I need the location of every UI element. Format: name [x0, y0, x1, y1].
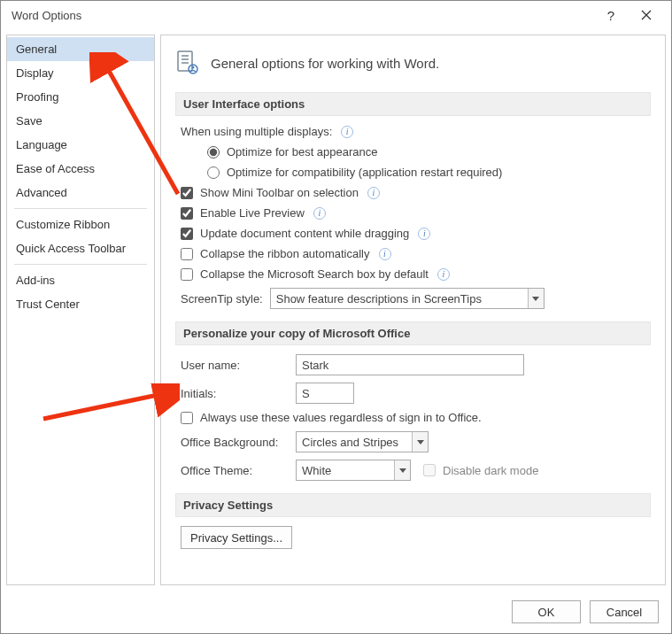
section-personalize-header: Personalize your copy of Microsoft Offic…	[175, 321, 651, 345]
section-personalize: User name: Initials: Always use these va…	[175, 354, 651, 481]
check-collapse-search[interactable]: Collapse the Microsoft Search box by def…	[181, 267, 651, 281]
username-label: User name:	[181, 359, 289, 372]
radio-best-appearance[interactable]: Optimize for best appearance	[207, 145, 651, 158]
username-row: User name:	[181, 354, 651, 375]
svg-rect-0	[178, 51, 192, 71]
check-always-use[interactable]: Always use these values regardless of si…	[181, 411, 651, 424]
content-pane: General options for working with Word. U…	[160, 35, 666, 585]
sidebar-item-display[interactable]: Display	[7, 61, 154, 85]
check-live-preview[interactable]: Enable Live Preview i	[181, 206, 651, 220]
chevron-down-icon	[528, 289, 544, 308]
info-icon[interactable]: i	[379, 248, 391, 260]
background-select[interactable]: Circles and Stripes	[296, 431, 429, 452]
screentip-select[interactable]: Show feature descriptions in ScreenTips	[270, 288, 545, 309]
heading-text: General options for working with Word.	[211, 56, 439, 71]
checkbox-input[interactable]	[181, 207, 193, 220]
sidebar-item-customize-ribbon[interactable]: Customize Ribbon	[7, 213, 154, 236]
multi-displays-label: When using multiple displays: i	[181, 125, 651, 138]
close-icon	[641, 10, 652, 20]
check-mini-toolbar[interactable]: Show Mini Toolbar on selection i	[181, 186, 651, 199]
info-icon[interactable]: i	[367, 187, 380, 199]
section-privacy: Privacy Settings...	[175, 526, 651, 549]
checkbox-input[interactable]	[181, 268, 193, 281]
checkbox-input[interactable]	[181, 248, 193, 260]
window-title: Word Options	[8, 9, 593, 22]
sidebar-item-addins[interactable]: Add-ins	[7, 268, 154, 292]
checkbox-input[interactable]	[181, 228, 193, 240]
help-button[interactable]: ?	[593, 1, 629, 29]
screentip-label: ScreenTip style:	[181, 292, 263, 305]
sidebar-item-proofing[interactable]: Proofing	[7, 85, 154, 109]
theme-label: Office Theme:	[181, 464, 289, 477]
sidebar-item-quick-access-toolbar[interactable]: Quick Access Toolbar	[7, 236, 154, 260]
help-icon: ?	[607, 8, 614, 23]
username-input[interactable]	[296, 354, 524, 375]
cancel-button[interactable]: Cancel	[590, 600, 659, 623]
info-icon[interactable]: i	[437, 268, 450, 281]
titlebar: Word Options ?	[1, 1, 671, 29]
chevron-down-icon	[394, 460, 410, 480]
info-icon[interactable]: i	[313, 207, 326, 220]
info-icon[interactable]: i	[418, 228, 430, 240]
footer: OK Cancel	[1, 591, 671, 633]
sidebar-item-language[interactable]: Language	[7, 133, 154, 157]
sidebar-separator	[14, 264, 147, 265]
radio-compatibility[interactable]: Optimize for compatibility (application …	[207, 166, 651, 179]
section-ui-header: User Interface options	[175, 92, 651, 116]
radio-input[interactable]	[207, 166, 220, 179]
sidebar-item-ease-of-access[interactable]: Ease of Access	[7, 157, 154, 181]
radio-input[interactable]	[207, 146, 220, 158]
sidebar-item-general[interactable]: General	[7, 37, 154, 61]
screentip-row: ScreenTip style: Show feature descriptio…	[181, 288, 651, 309]
sidebar-separator	[14, 208, 147, 209]
initials-row: Initials:	[181, 383, 651, 404]
checkbox-input[interactable]	[181, 412, 193, 424]
svg-point-5	[192, 66, 195, 69]
sidebar-item-advanced[interactable]: Advanced	[7, 181, 154, 205]
background-label: Office Background:	[181, 436, 289, 449]
check-disable-dark[interactable]: Disable dark mode	[423, 464, 538, 477]
privacy-settings-button[interactable]: Privacy Settings...	[181, 526, 292, 549]
word-options-dialog: Word Options ? General Display Proofing …	[0, 0, 672, 634]
ok-button[interactable]: OK	[512, 600, 581, 623]
check-collapse-ribbon[interactable]: Collapse the ribbon automatically i	[181, 247, 651, 260]
heading: General options for working with Word.	[175, 50, 651, 76]
initials-label: Initials:	[181, 387, 289, 400]
section-privacy-header: Privacy Settings	[175, 493, 651, 517]
checkbox-input[interactable]	[423, 464, 436, 476]
section-ui: When using multiple displays: i Optimize…	[175, 125, 651, 309]
chevron-down-icon	[412, 432, 428, 452]
theme-select[interactable]: White	[296, 460, 411, 481]
info-icon[interactable]: i	[341, 126, 353, 138]
close-button[interactable]	[629, 1, 664, 29]
sidebar-item-save[interactable]: Save	[7, 109, 154, 133]
checkbox-input[interactable]	[181, 187, 193, 199]
check-update-dragging[interactable]: Update document content while dragging i	[181, 227, 651, 240]
options-icon	[175, 50, 202, 76]
theme-row: Office Theme: White Disable dark mode	[181, 460, 651, 481]
sidebar-item-trust-center[interactable]: Trust Center	[7, 292, 154, 316]
initials-input[interactable]	[296, 383, 354, 404]
sidebar: General Display Proofing Save Language E…	[6, 35, 155, 585]
background-row: Office Background: Circles and Stripes	[181, 431, 651, 452]
